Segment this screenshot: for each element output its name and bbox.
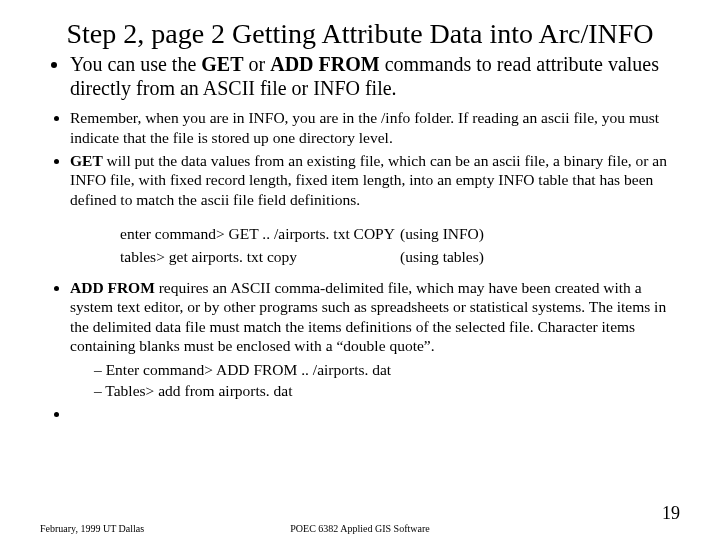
- bullet-empty: [70, 404, 680, 423]
- page-number: 19: [467, 503, 680, 524]
- command-note: (using INFO): [400, 223, 484, 245]
- command-block: enter command> GET .. /airports. txt COP…: [120, 223, 680, 268]
- top-bullet-list: You can use the GET or ADD FROM commands…: [40, 52, 680, 100]
- bullet-get: GET will put the data values from an exi…: [70, 151, 680, 209]
- bullet-main: You can use the GET or ADD FROM commands…: [70, 52, 680, 100]
- bullet-remember: Remember, when you are in INFO, you are …: [70, 108, 680, 147]
- bullet-addfrom: ADD FROM requires an ASCII comma-delimit…: [70, 278, 680, 400]
- slide: Step 2, page 2 Getting Attribute Data in…: [0, 0, 720, 540]
- command-note: (using tables): [400, 246, 484, 268]
- command-text: enter command> GET .. /airports. txt COP…: [120, 223, 400, 245]
- sub-bullet-list-2: ADD FROM requires an ASCII comma-delimit…: [40, 278, 680, 424]
- text-bold: GET: [70, 152, 103, 169]
- command-row: enter command> GET .. /airports. txt COP…: [120, 223, 680, 245]
- text: requires an ASCII comma-delimited file, …: [70, 279, 666, 354]
- text: or: [244, 53, 271, 75]
- footer: February, 1999 UT Dallas POEC 6382 Appli…: [40, 513, 680, 534]
- command-row: tables> get airports. txt copy (using ta…: [120, 246, 680, 268]
- sub-bullet-list: Remember, when you are in INFO, you are …: [40, 108, 680, 209]
- dash-list: Enter command> ADD FROM .. /airports. da…: [70, 360, 680, 401]
- slide-title: Step 2, page 2 Getting Attribute Data in…: [40, 18, 680, 50]
- command-text: tables> get airports. txt copy: [120, 246, 400, 268]
- text-bold: ADD FROM: [70, 279, 155, 296]
- dash-item: Enter command> ADD FROM .. /airports. da…: [94, 360, 680, 379]
- text-bold: ADD FROM: [270, 53, 379, 75]
- text-bold: GET: [201, 53, 243, 75]
- text: You can use the: [70, 53, 201, 75]
- text: will put the data values from an existin…: [70, 152, 667, 208]
- footer-left: February, 1999 UT Dallas: [40, 523, 253, 534]
- dash-item: Tables> add from airports. dat: [94, 381, 680, 400]
- footer-center: POEC 6382 Applied GIS Software: [253, 523, 466, 534]
